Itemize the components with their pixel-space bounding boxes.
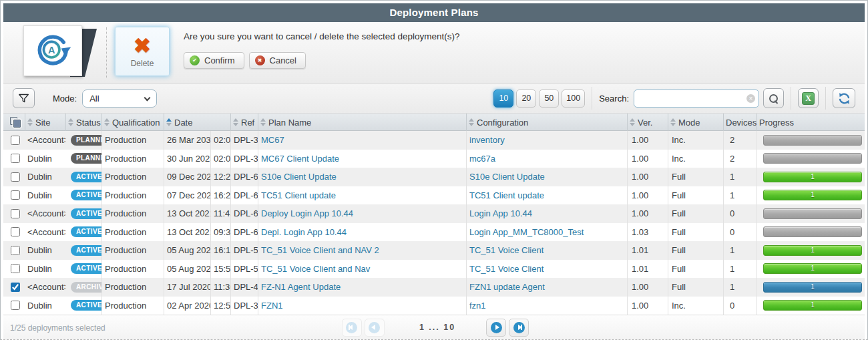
delete-x-icon: ✖	[134, 35, 151, 57]
configuration-link[interactable]: Login App_MM_TC8000_Test	[469, 227, 584, 237]
page-size-button-20[interactable]: 20	[516, 90, 536, 108]
configuration-link[interactable]: TC_51 Voice Client	[469, 245, 544, 255]
plan-name-link[interactable]: FZN1	[261, 301, 283, 311]
cancel-button[interactable]: ✖ Cancel	[249, 52, 306, 69]
search-input[interactable]	[634, 90, 759, 108]
configuration-link[interactable]: TC_51 Voice Client	[469, 264, 544, 274]
row-checkbox[interactable]	[11, 246, 20, 255]
qualification-cell: Production	[101, 204, 164, 223]
table-row[interactable]: <Account>ACTIVEProduction13 Oct 202109:3…	[3, 223, 865, 242]
filter-button[interactable]	[13, 88, 35, 108]
toolbar-divider	[825, 87, 826, 110]
search-button[interactable]	[763, 88, 784, 108]
refresh-icon	[838, 92, 851, 105]
table-row[interactable]: <Account>ARCHIVEDProduction17 Jul 202011…	[3, 278, 865, 297]
date-cell: 05 Aug 2021	[164, 260, 210, 279]
configuration-link[interactable]: TC51 Client update	[469, 190, 544, 200]
mode-cell: Inc.	[668, 150, 723, 168]
page-size-button-100[interactable]: 100	[562, 90, 585, 108]
row-checkbox-cell	[3, 260, 25, 279]
column-header-status[interactable]: Status	[65, 114, 101, 131]
qualification-cell: Production	[101, 168, 164, 186]
plan-name-link[interactable]: TC_51 Voice Client and Nav	[261, 264, 370, 274]
progress-bar	[763, 226, 862, 237]
plan-name-link[interactable]: MC67 Client Update	[261, 154, 339, 164]
row-checkbox[interactable]	[11, 136, 20, 145]
status-badge: ACTIVE	[71, 208, 101, 219]
plan-name-link[interactable]: TC51 Client update	[261, 190, 336, 200]
table-row[interactable]: DublinACTIVEProduction02 Apr 202012:59DP…	[3, 297, 865, 315]
column-header-plan[interactable]: Plan Name	[258, 114, 466, 131]
progress-bar: 1	[763, 300, 862, 311]
circular-arrow-logo-icon: A	[33, 31, 72, 70]
delete-button[interactable]: ✖ Delete	[115, 27, 170, 76]
row-checkbox[interactable]	[11, 264, 20, 273]
page-size-button-10[interactable]: 10	[493, 90, 513, 108]
plan-name-link[interactable]: Depl. Login App 10.44	[261, 227, 347, 237]
table-row[interactable]: <Account>ACTIVEProduction13 Oct 202111:4…	[3, 204, 865, 223]
refresh-button[interactable]	[833, 88, 855, 108]
table-row[interactable]: DublinACTIVEProduction09 Dec 202112:29DP…	[3, 168, 865, 186]
column-header-mode[interactable]: Mode	[668, 114, 723, 131]
row-checkbox[interactable]	[11, 209, 20, 218]
plan-name-link[interactable]: MC67	[261, 135, 284, 145]
row-checkbox-cell	[3, 131, 25, 150]
page-size-button-50[interactable]: 50	[539, 90, 559, 108]
plan-name-link[interactable]: Deploy Login App 10.44	[261, 208, 353, 218]
date-cell: 09 Dec 2021	[164, 168, 210, 186]
status-badge: ACTIVE	[71, 190, 101, 200]
plan-name-cell: MC67	[258, 131, 466, 150]
row-checkbox[interactable]	[11, 154, 20, 163]
progress-cell: 1	[756, 186, 865, 205]
configuration-link[interactable]: FZN1 update Agent	[469, 282, 545, 292]
column-header-label: Qualification	[112, 118, 160, 128]
progress-bar-label: 1	[811, 302, 815, 309]
mode-cell: Inc.	[668, 131, 723, 150]
column-header-qualification[interactable]: Qualification	[101, 114, 164, 131]
row-checkbox[interactable]	[11, 283, 20, 292]
qualification-cell: Production	[101, 278, 164, 297]
next-page-button[interactable]	[486, 319, 506, 337]
column-header-date[interactable]: Date	[164, 114, 230, 131]
table-row[interactable]: <Account>PLANNEDProduction26 Mar 203002:…	[3, 131, 865, 150]
mode-select[interactable]: All	[82, 90, 157, 108]
previous-page-button[interactable]	[365, 319, 385, 337]
column-header-site[interactable]: Site	[25, 114, 65, 131]
select-all-cell[interactable]	[3, 114, 25, 131]
table-row[interactable]: DublinPLANNEDProduction30 Jun 202302:00D…	[3, 150, 865, 168]
date-cell: 07 Dec 2021	[164, 186, 210, 205]
plan-name-link[interactable]: S10e Client Update	[261, 172, 337, 182]
row-checkbox[interactable]	[11, 227, 20, 236]
row-checkbox[interactable]	[11, 172, 20, 182]
configuration-cell: fzn1	[466, 297, 627, 315]
progress-bar	[763, 208, 862, 219]
deployment-plans-window: Deployment Plans A ✖	[0, 0, 868, 340]
table-row[interactable]: DublinACTIVEProduction07 Dec 202116:24DP…	[3, 186, 865, 205]
mode-cell: Full	[668, 260, 723, 279]
first-page-button[interactable]	[342, 319, 362, 337]
status-cell: PLANNED	[65, 131, 101, 150]
table-row[interactable]: DublinACTIVEProduction05 Aug 202115:59DP…	[3, 260, 865, 279]
clear-search-icon[interactable]: ×	[746, 94, 755, 103]
configuration-link[interactable]: Login App 10.44	[469, 208, 532, 218]
ref-cell: DPL-66	[230, 186, 258, 205]
column-header-config[interactable]: Configuration	[466, 114, 627, 131]
row-checkbox[interactable]	[11, 190, 20, 200]
site-cell: <Account>	[25, 223, 65, 242]
date-cell: 30 Jun 2023	[164, 150, 210, 168]
plan-name-link[interactable]: FZ-N1 Agent Update	[261, 282, 341, 292]
configuration-link[interactable]: fzn1	[469, 301, 486, 311]
plan-name-link[interactable]: TC_51 Voice Client and NAV 2	[261, 245, 379, 255]
column-header-ref[interactable]: Ref	[230, 114, 258, 131]
column-header-ver[interactable]: Ver.	[627, 114, 668, 131]
export-excel-button[interactable]	[798, 88, 819, 108]
configuration-link[interactable]: S10e Client Update	[469, 172, 545, 182]
confirm-button[interactable]: ✔ Confirm	[184, 52, 244, 69]
table-row[interactable]: DublinACTIVEProduction05 Aug 202116:10DP…	[3, 241, 865, 260]
status-cell: ARCHIVED	[65, 278, 101, 297]
date-cell: 26 Mar 2030	[164, 131, 210, 150]
last-page-button[interactable]	[509, 319, 529, 337]
configuration-link[interactable]: inventory	[469, 135, 505, 145]
row-checkbox[interactable]	[11, 301, 20, 310]
configuration-link[interactable]: mc67a	[469, 154, 495, 164]
